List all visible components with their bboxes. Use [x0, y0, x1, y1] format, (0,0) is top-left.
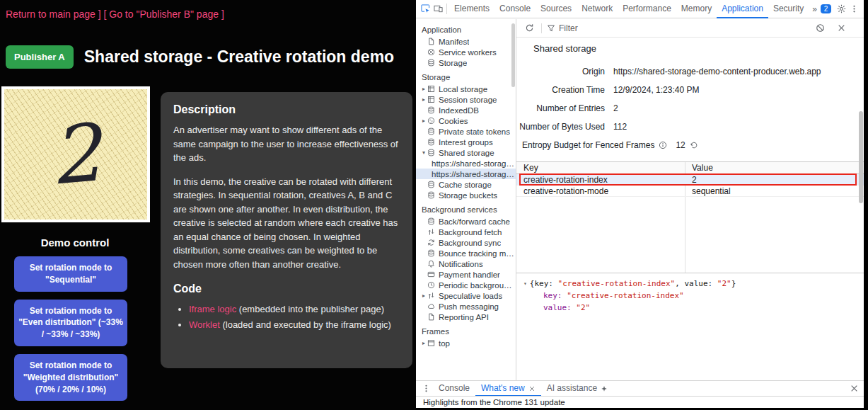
- sidebar-item-session-storage[interactable]: ▸Session storage: [416, 94, 516, 105]
- sidebar-item-push-messaging[interactable]: Push messaging: [416, 301, 516, 312]
- column-header-key[interactable]: Key: [516, 162, 685, 173]
- meta-row-origin: Originhttps://shared-storage-demo-conten…: [516, 62, 864, 81]
- sidebar-item-label: https://shared-storage…: [432, 159, 516, 168]
- drawer-tab-console[interactable]: Console: [433, 381, 475, 397]
- sidebar-item-manifest[interactable]: Manifest: [416, 36, 516, 47]
- tab-network[interactable]: Network: [577, 0, 618, 18]
- database-icon: [427, 127, 439, 135]
- clear-all-icon[interactable]: [813, 21, 827, 35]
- tab-sources[interactable]: Sources: [536, 0, 577, 18]
- sync-icon: [427, 239, 439, 246]
- sidebar-item-speculative-loads[interactable]: ▸Speculative loads: [416, 290, 516, 301]
- preview-object-summary[interactable]: ▾ {key: "creative-rotation-index", value…: [523, 279, 857, 288]
- sidebar-scrollbar[interactable]: [511, 23, 515, 87]
- sidebar-item-private-state-tokens[interactable]: Private state tokens: [416, 126, 516, 137]
- sidebar-item-label: Bounce tracking miti…: [439, 249, 516, 258]
- sidebar-item-cache-storage[interactable]: Cache storage: [416, 179, 516, 190]
- sidebar-section-application: Application: [416, 21, 516, 36]
- tab-application[interactable]: Application: [717, 0, 768, 18]
- chevron-right-icon[interactable]: ▸: [420, 340, 427, 346]
- sidebar-item-background-sync[interactable]: Background sync: [416, 237, 516, 248]
- code-link-worklet[interactable]: Worklet: [189, 319, 220, 330]
- bell-icon: [427, 260, 439, 268]
- inspect-element-icon[interactable]: [419, 2, 432, 16]
- rotation-mode-button-3[interactable]: Set rotation mode to "Weighted distribut…: [14, 354, 127, 401]
- top-nav-links[interactable]: Return to main page ] [ Go to "Publisher…: [6, 8, 224, 20]
- meta-row-number-of-bytes-used: Number of Bytes Used112: [516, 118, 864, 136]
- kebab-menu-icon[interactable]: [848, 2, 861, 16]
- chevron-right-icon[interactable]: ▸: [420, 292, 427, 299]
- close-icon[interactable]: [528, 385, 536, 392]
- storage-row-creative-rotation-mode[interactable]: creative-rotation-modesequential: [516, 186, 864, 197]
- drawer-tab-ai-assistance[interactable]: AI assistance: [541, 381, 613, 397]
- storage-row-creative-rotation-index[interactable]: creative-rotation-index2: [516, 174, 864, 186]
- sidebar-item-reporting-api[interactable]: Reporting API: [416, 312, 516, 322]
- refresh-icon[interactable]: [522, 21, 536, 35]
- sidebar-item-indexeddb[interactable]: IndexedDB: [416, 105, 516, 115]
- preview-property-key: key: "creative-rotation-index": [523, 291, 857, 300]
- toolbar-divider: [541, 23, 542, 33]
- sidebar-item-cookies[interactable]: ▸Cookies: [416, 115, 516, 126]
- preview-token: , value:: [675, 279, 717, 288]
- info-icon[interactable]: [659, 141, 667, 149]
- chevron-right-icon[interactable]: ▸: [420, 96, 427, 103]
- cell-value: sequential: [685, 186, 731, 196]
- document-icon: [427, 38, 439, 45]
- sidebar-item-storage[interactable]: Storage: [416, 57, 516, 68]
- filter-input[interactable]: Filter: [547, 23, 632, 33]
- drawer-tab-what-s-new[interactable]: What's new: [475, 381, 541, 397]
- column-header-value[interactable]: Value: [685, 162, 713, 173]
- tab-security[interactable]: Security: [768, 0, 809, 18]
- sidebar-item-interest-groups[interactable]: Interest groups: [416, 137, 516, 147]
- sidebar-item-label: Private state tokens: [439, 127, 510, 136]
- tab-elements[interactable]: Elements: [449, 0, 494, 18]
- sidebar-item-https-shared-storage[interactable]: https://shared-storage…: [416, 169, 516, 179]
- history-icon[interactable]: [690, 141, 698, 149]
- tab-memory[interactable]: Memory: [676, 0, 717, 18]
- database-icon: [427, 138, 439, 146]
- sidebar-item-periodic-backgroun[interactable]: Periodic backgroun…: [416, 280, 516, 290]
- meta-value: 12: [676, 140, 685, 150]
- drawer-menu-icon[interactable]: [419, 382, 433, 396]
- chevron-right-icon[interactable]: ▸: [420, 118, 427, 124]
- sidebar-item-background-fetch[interactable]: Background fetch: [416, 227, 516, 237]
- device-toolbar-icon[interactable]: [432, 2, 444, 16]
- chevron-down-icon[interactable]: ▾: [523, 280, 527, 287]
- cell-value: 2: [685, 174, 697, 185]
- status-text: Highlights from the Chrome 131 update: [423, 398, 565, 406]
- code-link-iframe-logic[interactable]: Iframe logic: [189, 304, 236, 314]
- sidebar-item-bounce-tracking-miti[interactable]: Bounce tracking miti…: [416, 248, 516, 258]
- frame-icon: [427, 339, 439, 347]
- code-heading: Code: [173, 283, 400, 295]
- chevron-right-icon[interactable]: ▸: [420, 86, 427, 92]
- more-tabs-icon[interactable]: »: [809, 4, 821, 14]
- panel-scrollbar[interactable]: [859, 111, 863, 203]
- sidebar-item-storage-buckets[interactable]: Storage buckets: [416, 190, 516, 200]
- cookie-icon: [427, 117, 439, 125]
- code-bullet-text: (embedded into the publisher page): [236, 304, 384, 314]
- sidebar-item-https-shared-storage[interactable]: https://shared-storage…: [416, 158, 516, 169]
- sidebar-item-notifications[interactable]: Notifications: [416, 258, 516, 269]
- chevron-down-icon[interactable]: ▾: [420, 149, 427, 156]
- tab-performance[interactable]: Performance: [618, 0, 676, 18]
- settings-gear-icon[interactable]: [835, 2, 848, 16]
- storage-items-table: Key Value creative-rotation-index2creati…: [516, 161, 864, 273]
- drawer-close-icon[interactable]: [847, 382, 861, 396]
- sidebar-item-service-workers[interactable]: Service workers: [416, 47, 516, 57]
- sidebar-item-local-storage[interactable]: ▸Local storage: [416, 84, 516, 94]
- rotation-mode-button-2[interactable]: Set rotation mode to "Even distribution"…: [14, 300, 127, 346]
- sidebar-item-payment-handler[interactable]: Payment handler: [416, 269, 516, 280]
- table-header-row: Key Value: [516, 162, 864, 174]
- issues-count-badge[interactable]: 2: [821, 4, 831, 13]
- close-panel-icon[interactable]: [834, 21, 848, 35]
- meta-label: Number of Bytes Used: [516, 122, 605, 132]
- tab-console[interactable]: Console: [494, 0, 536, 18]
- table-icon: [427, 96, 439, 103]
- sidebar-item-back-forward-cache[interactable]: Back/forward cache: [416, 216, 516, 227]
- sidebar-item-shared-storage[interactable]: ▾Shared storage: [416, 147, 516, 158]
- sidebar-item-top[interactable]: ▸top: [416, 338, 516, 348]
- meta-row-creation-time: Creation Time12/9/2024, 1:23:40 PM: [516, 81, 864, 99]
- property-name: value:: [543, 303, 576, 312]
- rotation-mode-button-1[interactable]: Set rotation mode to "Sequential": [14, 256, 127, 292]
- sidebar-tree: ApplicationManifestService workersStorag…: [416, 21, 516, 348]
